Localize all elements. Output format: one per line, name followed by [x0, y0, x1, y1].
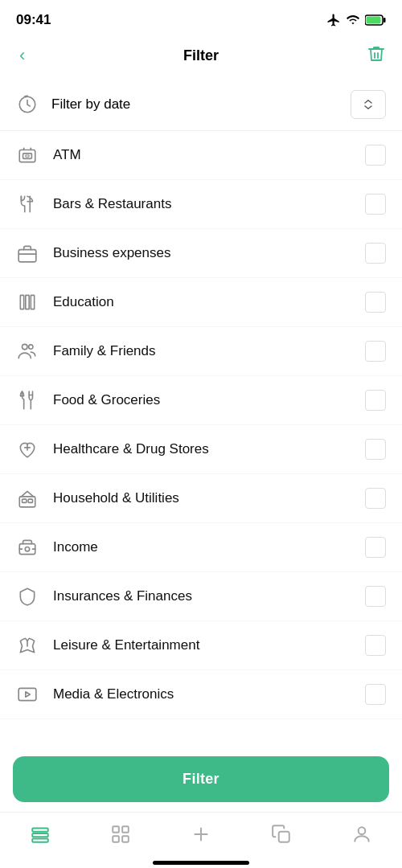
tab-copy[interactable] — [258, 821, 305, 848]
svg-point-24 — [25, 547, 29, 551]
category-name-atm: ATM — [53, 147, 81, 163]
svg-rect-2 — [367, 17, 381, 24]
category-name-family: Family & Friends — [53, 343, 156, 359]
category-list: ATM Bars & Restaurants — [0, 131, 402, 747]
page-title: Filter — [183, 47, 219, 64]
category-item-income[interactable]: Income — [0, 523, 402, 572]
status-bar: 09:41 — [0, 0, 402, 35]
category-item-family[interactable]: Family & Friends — [0, 327, 402, 376]
status-time: 09:41 — [16, 12, 51, 28]
grid-icon — [110, 824, 131, 845]
clock-icon — [16, 93, 39, 116]
category-item-atm[interactable]: ATM — [0, 131, 402, 180]
leisure-icon — [16, 634, 39, 657]
svg-marker-29 — [26, 692, 30, 698]
checkbox-bars[interactable] — [365, 194, 386, 215]
category-item-household[interactable]: Household & Utilities — [0, 474, 402, 523]
household-icon — [16, 487, 39, 510]
category-name-leisure: Leisure & Entertainment — [53, 637, 199, 653]
svg-rect-5 — [23, 154, 32, 159]
checkbox-household[interactable] — [365, 488, 386, 509]
svg-rect-34 — [122, 826, 129, 833]
category-item-education[interactable]: Education — [0, 278, 402, 327]
svg-rect-8 — [26, 155, 29, 157]
category-item-business[interactable]: Business expenses — [0, 229, 402, 278]
tab-add[interactable] — [178, 821, 224, 848]
checkbox-business[interactable] — [365, 243, 386, 264]
family-icon — [16, 340, 39, 362]
add-icon — [191, 824, 211, 845]
category-name-income: Income — [53, 539, 98, 555]
svg-rect-22 — [28, 499, 32, 502]
back-button[interactable]: ‹ — [16, 42, 28, 69]
checkbox-income[interactable] — [365, 537, 386, 558]
svg-point-40 — [359, 827, 366, 834]
tab-profile[interactable] — [338, 821, 385, 848]
business-icon — [16, 242, 39, 264]
wifi-icon — [346, 13, 360, 27]
bars-icon — [16, 193, 39, 215]
category-name-media: Media & Electronics — [53, 686, 174, 702]
category-name-education: Education — [53, 294, 114, 310]
filter-date-left: Filter by date — [16, 93, 130, 116]
education-icon — [16, 291, 39, 313]
svg-rect-39 — [279, 832, 289, 842]
date-selector-button[interactable] — [351, 90, 386, 119]
checkbox-media[interactable] — [365, 684, 386, 705]
checkbox-family[interactable] — [365, 341, 386, 362]
income-icon — [16, 536, 39, 559]
airplane-icon — [326, 13, 341, 27]
tab-list[interactable] — [17, 821, 64, 848]
media-icon — [16, 683, 39, 706]
tab-grid[interactable] — [97, 821, 144, 848]
insurance-icon — [16, 585, 39, 608]
svg-rect-13 — [26, 295, 29, 309]
checkbox-healthcare[interactable] — [365, 439, 386, 460]
healthcare-icon — [16, 438, 39, 461]
filter-date-label: Filter by date — [51, 96, 130, 113]
trash-icon — [367, 44, 386, 63]
tab-bar — [0, 812, 402, 854]
svg-rect-35 — [113, 836, 119, 842]
svg-rect-36 — [122, 836, 129, 842]
home-indicator-bar — [153, 861, 249, 865]
status-icons — [326, 13, 386, 27]
checkbox-leisure[interactable] — [365, 635, 386, 656]
svg-rect-12 — [20, 295, 23, 309]
battery-icon — [365, 14, 386, 26]
svg-rect-30 — [32, 828, 48, 831]
copy-icon — [271, 824, 292, 845]
svg-rect-32 — [32, 838, 48, 841]
list-icon — [30, 824, 51, 845]
svg-rect-31 — [32, 833, 48, 837]
category-name-healthcare: Healthcare & Drug Stores — [53, 441, 209, 457]
svg-rect-1 — [384, 18, 386, 23]
svg-rect-4 — [19, 150, 35, 162]
svg-rect-14 — [31, 295, 34, 309]
trash-button[interactable] — [367, 44, 386, 68]
category-name-food: Food & Groceries — [53, 392, 160, 408]
category-item-healthcare[interactable]: Healthcare & Drug Stores — [0, 425, 402, 474]
checkbox-education[interactable] — [365, 292, 386, 313]
chevron-updown-icon — [362, 98, 375, 111]
category-item-bars[interactable]: Bars & Restaurants — [0, 180, 402, 229]
home-indicator — [0, 854, 402, 868]
category-item-leisure[interactable]: Leisure & Entertainment — [0, 621, 402, 670]
category-item-insurance[interactable]: Insurances & Finances — [0, 572, 402, 621]
filter-button[interactable]: Filter — [13, 756, 389, 802]
svg-rect-28 — [18, 688, 36, 700]
category-item-media[interactable]: Media & Electronics — [0, 670, 402, 719]
checkbox-food[interactable] — [365, 390, 386, 411]
filter-button-container: Filter — [0, 747, 402, 812]
svg-rect-10 — [18, 250, 36, 262]
checkbox-insurance[interactable] — [365, 586, 386, 607]
checkbox-atm[interactable] — [365, 145, 386, 166]
category-name-insurance: Insurances & Finances — [53, 588, 192, 604]
atm-icon — [16, 144, 39, 166]
category-name-bars: Bars & Restaurants — [53, 196, 171, 212]
svg-point-15 — [23, 344, 28, 350]
filter-date-row[interactable]: Filter by date — [0, 79, 402, 131]
nav-header: ‹ Filter — [0, 35, 402, 79]
svg-rect-21 — [23, 499, 27, 502]
category-item-food[interactable]: Food & Groceries — [0, 376, 402, 425]
